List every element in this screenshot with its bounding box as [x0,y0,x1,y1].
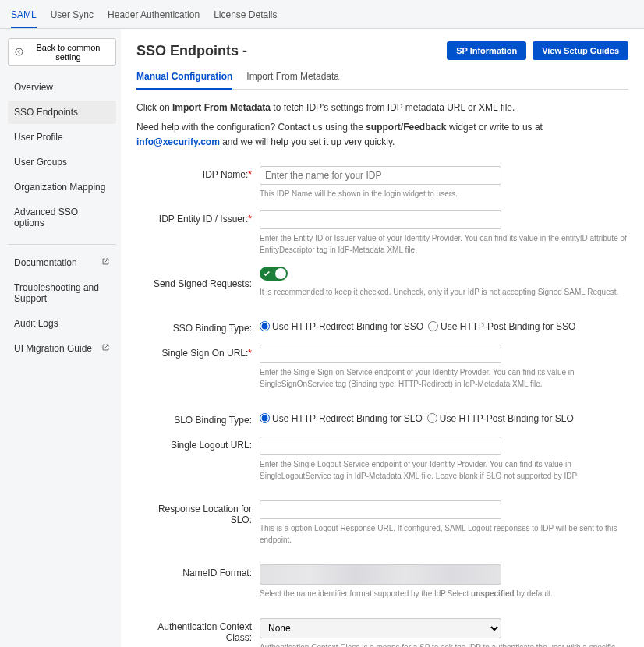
slo-binding-redirect[interactable]: Use HTTP-Redirect Binding for SLO [260,413,423,424]
slo-binding-post[interactable]: Use HTTP-Post Binding for SLO [427,413,574,424]
sidebar-item-label: Documentation [14,257,77,268]
idp-entity-hint: Enter the Entity ID or Issuer value of y… [260,232,628,256]
nameid-hint: Select the name identifier format suppor… [260,588,628,599]
header-tab-usersync[interactable]: User Sync [51,5,94,28]
header-tab-saml[interactable]: SAML [11,5,37,28]
sidebar-item-org-mapping[interactable]: Organization Mapping [8,175,116,199]
sso-binding-label: SSO Binding Type: [136,320,260,334]
sso-url-label: Single Sign On URL:* [136,345,260,359]
sidebar-item-documentation[interactable]: Documentation [8,251,116,274]
nameid-label: NameID Format: [136,564,260,578]
header-tab-headerauth[interactable]: Header Authentication [108,5,200,28]
arrow-left-circle-icon [15,48,23,58]
idp-entity-input[interactable] [260,210,501,229]
auth-ctx-label: Authentication Context Class: [136,618,260,643]
idp-entity-label: IDP Entity ID / Issuer:* [136,210,260,225]
sidebar-item-label: UI Migration Guide [14,343,92,354]
idp-name-hint: This IDP Name will be shown in the login… [260,188,628,200]
external-link-icon [101,343,110,354]
external-link-icon [101,257,110,268]
support-email-link[interactable]: info@xecurify.com [136,136,220,147]
sso-url-hint: Enter the Single Sign-on Service endpoin… [260,366,628,390]
header-tab-license[interactable]: License Details [214,5,277,28]
sso-binding-redirect[interactable]: Use HTTP-Redirect Binding for SSO [260,321,423,332]
back-to-common-button[interactable]: Back to common setting [8,38,116,66]
idp-name-input[interactable] [260,166,501,185]
auth-ctx-hint: Authentication Context Class is a means … [260,642,628,647]
auth-ctx-select[interactable]: None [260,618,501,638]
back-label: Back to common setting [27,43,109,62]
sso-binding-post[interactable]: Use HTTP-Post Binding for SSO [428,321,575,332]
content: SSO Endpoints - SP Information View Setu… [121,29,644,647]
tab-manual-configuration[interactable]: Manual Configuration [136,66,232,90]
svg-point-0 [16,48,23,55]
sidebar: Back to common setting Overview SSO Endp… [0,29,121,647]
nameid-select[interactable] [260,564,501,585]
signed-requests-hint: It is recommended to keep it checked. Un… [260,286,628,298]
slo-url-label: Single Logout URL: [136,437,260,451]
response-loc-input[interactable] [260,500,501,519]
idp-name-label: IDP Name:* [136,166,260,180]
sidebar-item-sso-endpoints[interactable]: SSO Endpoints [8,101,116,124]
page-title: SSO Endpoints - [136,43,247,59]
sidebar-divider [8,244,116,245]
sidebar-item-audit-logs[interactable]: Audit Logs [8,312,116,335]
check-icon [263,270,271,278]
slo-url-hint: Enter the Single Logout Service endpoint… [260,458,628,482]
sidebar-item-overview[interactable]: Overview [8,76,116,99]
response-loc-label: Response Location for SLO: [136,500,260,525]
sp-information-button[interactable]: SP Information [447,41,526,60]
sidebar-item-advanced-sso[interactable]: Advanced SSO options [8,200,116,235]
tab-import-from-metadata[interactable]: Import From Metadata [246,66,339,89]
slo-url-input[interactable] [260,437,501,455]
sso-url-input[interactable] [260,345,501,363]
sidebar-item-user-profile[interactable]: User Profile [8,126,116,149]
view-setup-guides-button[interactable]: View Setup Guides [533,41,628,60]
slo-binding-label: SLO Binding Type: [136,412,260,426]
response-loc-hint: This is a option Logout Response URL. If… [260,522,628,546]
signed-requests-toggle[interactable] [260,267,288,281]
intro-text: Click on Import From Metadata to fetch I… [136,90,628,155]
signed-requests-label: Send Signed Requests: [136,275,260,289]
sidebar-item-user-groups[interactable]: User Groups [8,150,116,174]
header-tabs: SAML User Sync Header Authentication Lic… [0,0,644,29]
toggle-knob [275,268,286,279]
sidebar-item-troubleshooting[interactable]: Troubleshooting and Support [8,276,116,310]
sidebar-item-ui-migration[interactable]: UI Migration Guide [8,337,116,360]
